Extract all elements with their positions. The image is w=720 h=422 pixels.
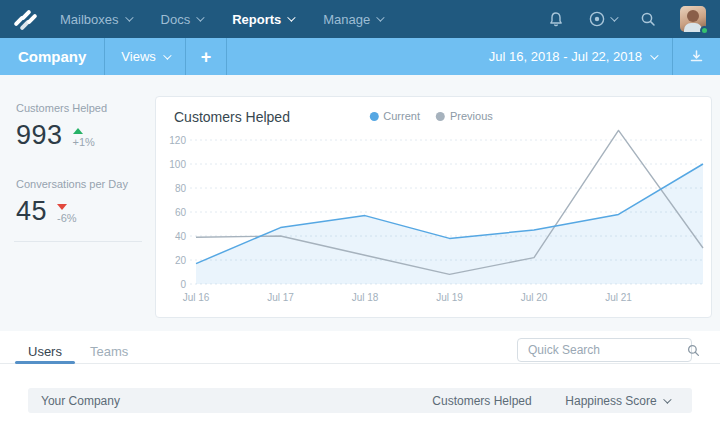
nav-item-reports[interactable]: Reports — [232, 12, 293, 27]
chevron-down-icon — [196, 13, 204, 21]
stat-label: Customers Helped — [16, 102, 107, 114]
stat-divider — [14, 241, 142, 242]
online-status-dot — [700, 26, 709, 35]
chevron-down-icon — [376, 13, 384, 21]
help-icon[interactable] — [588, 10, 616, 28]
navbar-right — [548, 6, 706, 32]
top-navbar: Mailboxes Docs Reports Manage — [0, 0, 720, 38]
tab-teams[interactable]: Teams — [90, 344, 128, 363]
report-toolbar: Company Views + Jul 16, 2018 - Jul 22, 2… — [0, 38, 720, 75]
stat-delta: -6% — [57, 212, 77, 224]
table-row: Yolanda B... 56 100 — [28, 417, 692, 422]
nav-item-label: Docs — [161, 12, 191, 27]
avatar-head — [687, 10, 699, 22]
trend-up-icon — [73, 128, 83, 134]
helpscout-logo-icon[interactable] — [14, 7, 38, 31]
svg-text:80: 80 — [175, 183, 187, 194]
svg-text:100: 100 — [169, 159, 186, 170]
svg-text:40: 40 — [175, 231, 187, 242]
download-icon[interactable] — [673, 49, 720, 64]
page-title: Company — [0, 48, 104, 65]
trend-down-icon — [57, 204, 67, 210]
search-icon[interactable] — [640, 11, 656, 27]
nav-item-manage[interactable]: Manage — [323, 12, 382, 27]
chevron-down-icon — [610, 13, 618, 21]
bell-icon[interactable] — [548, 11, 564, 28]
nav-item-label: Reports — [232, 12, 281, 27]
tab-users[interactable]: Users — [28, 344, 62, 363]
legend-dot-current — [369, 112, 378, 121]
column-header-label: Happiness Score — [565, 394, 656, 408]
legend-item-previous[interactable]: Previous — [436, 110, 493, 122]
column-header-your-company: Your Company — [28, 394, 422, 408]
toolbar-divider — [226, 38, 227, 75]
chevron-down-icon — [663, 395, 671, 403]
chevron-down-icon — [650, 51, 658, 59]
chevron-down-icon — [125, 13, 133, 21]
toolbar-right: Jul 16, 2018 - Jul 22, 2018 — [473, 38, 720, 75]
views-label: Views — [121, 49, 155, 64]
stat-label: Conversations per Day — [16, 178, 128, 190]
avatar[interactable] — [680, 6, 706, 32]
chart-legend: Current Previous — [369, 110, 492, 122]
chart-title: Customers Helped — [174, 109, 290, 125]
stat-delta: +1% — [73, 136, 95, 148]
svg-text:Jul 17: Jul 17 — [267, 292, 294, 303]
column-header-customers-helped[interactable]: Customers Helped — [422, 394, 542, 408]
stat-customers-helped: Customers Helped 993 +1% — [16, 102, 107, 151]
svg-text:Jul 16: Jul 16 — [183, 292, 210, 303]
svg-text:0: 0 — [180, 279, 186, 290]
stat-value: 45 — [16, 196, 47, 227]
users-table: Your Company Customers Helped Happiness … — [28, 388, 692, 422]
app-window: Mailboxes Docs Reports Manage — [0, 0, 720, 422]
add-view-button[interactable]: + — [186, 38, 227, 75]
quick-search — [517, 338, 692, 362]
views-button[interactable]: Views — [105, 38, 184, 75]
search-input[interactable] — [518, 343, 687, 357]
nav-item-label: Manage — [323, 12, 370, 27]
nav-item-label: Mailboxes — [60, 12, 119, 27]
legend-item-current[interactable]: Current — [369, 110, 420, 122]
search-icon[interactable] — [687, 344, 708, 357]
svg-text:Jul 19: Jul 19 — [436, 292, 463, 303]
chevron-down-icon — [287, 13, 295, 21]
legend-label: Current — [383, 110, 420, 122]
report-content: Customers Helped 993 +1% Conversations p… — [0, 75, 720, 331]
chevron-down-icon — [163, 51, 171, 59]
svg-text:120: 120 — [169, 135, 186, 146]
users-section: Users Teams Your Company Customers Helpe… — [0, 331, 720, 422]
svg-text:Jul 20: Jul 20 — [521, 292, 548, 303]
date-range-picker[interactable]: Jul 16, 2018 - Jul 22, 2018 — [473, 49, 672, 64]
line-chart: 020406080100120Jul 16Jul 17Jul 18Jul 19J… — [164, 125, 706, 310]
stat-value: 993 — [16, 120, 63, 151]
svg-text:Jul 18: Jul 18 — [352, 292, 379, 303]
legend-dot-previous — [436, 112, 445, 121]
stat-conversations-per-day: Conversations per Day 45 -6% — [16, 178, 128, 227]
legend-label: Previous — [450, 110, 493, 122]
table-header-row: Your Company Customers Helped Happiness … — [28, 388, 692, 413]
svg-text:20: 20 — [175, 255, 187, 266]
date-range-label: Jul 16, 2018 - Jul 22, 2018 — [489, 49, 642, 64]
nav-item-docs[interactable]: Docs — [161, 12, 203, 27]
svg-text:Jul 21: Jul 21 — [605, 292, 632, 303]
column-header-happiness-score[interactable]: Happiness Score — [542, 394, 692, 408]
nav-item-mailboxes[interactable]: Mailboxes — [60, 12, 131, 27]
svg-text:60: 60 — [175, 207, 187, 218]
chart-card: Customers Helped Current Previous 020406… — [155, 96, 712, 318]
